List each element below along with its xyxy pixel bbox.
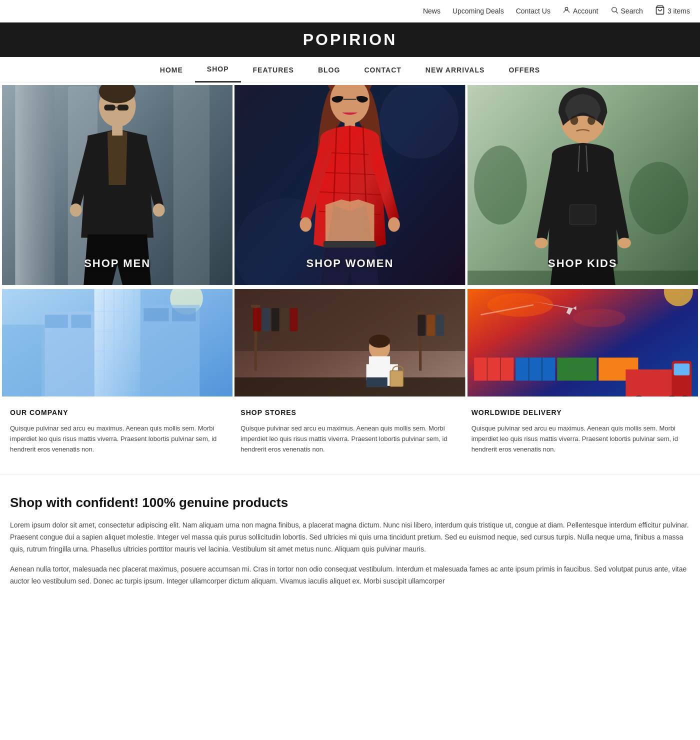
svg-point-39	[570, 116, 578, 125]
contact-label: Contact Us	[516, 7, 550, 15]
svg-point-32	[388, 218, 400, 232]
svg-rect-5	[15, 85, 54, 285]
main-nav: HOME SHOP FEATURES BLOG CONTACT NEW ARRI…	[0, 57, 700, 83]
svg-rect-90	[418, 314, 426, 336]
svg-rect-76	[253, 308, 261, 331]
svg-rect-65	[144, 308, 168, 321]
svg-rect-7	[174, 85, 210, 285]
news-link[interactable]: News	[423, 7, 440, 15]
svg-point-93	[369, 334, 390, 348]
search-button[interactable]: Search	[610, 6, 643, 16]
promo-heading: Shop with confident! 100% genuine produc…	[10, 495, 690, 510]
deals-link[interactable]: Upcoming Deals	[452, 7, 504, 15]
svg-rect-80	[290, 308, 298, 331]
promo-section: Shop with confident! 100% genuine produc…	[0, 474, 700, 605]
nav-blog[interactable]: BLOG	[306, 58, 352, 82]
nav-contact[interactable]: CONTACT	[352, 58, 413, 82]
svg-rect-77	[262, 308, 270, 331]
delivery-body: Quisque pulvinar sed arcu eu maximus. Ae…	[472, 424, 690, 454]
svg-rect-79	[281, 308, 289, 331]
stores-body: Quisque pulvinar sed arcu eu maximus. Ae…	[240, 424, 459, 454]
nav-home[interactable]: HOME	[148, 58, 195, 82]
svg-rect-63	[71, 314, 91, 328]
user-icon	[562, 6, 570, 16]
account-label: Account	[573, 7, 598, 15]
hero-label-women: SHOP WOMEN	[234, 257, 465, 270]
svg-line-2	[616, 12, 618, 14]
promo-para1: Lorem ipsum dolor sit amet, consectetur …	[10, 520, 690, 555]
svg-rect-66	[172, 308, 196, 321]
nav-features[interactable]: FEATURES	[241, 58, 306, 82]
svg-rect-91	[427, 314, 435, 336]
contact-link[interactable]: Contact Us	[516, 7, 550, 15]
info-text-company: OUR COMPANY Quisque pulvinar sed arcu eu…	[10, 408, 228, 454]
svg-rect-78	[272, 308, 280, 331]
search-label: Search	[621, 7, 643, 15]
svg-point-44	[618, 238, 630, 248]
svg-rect-81	[234, 378, 465, 396]
svg-rect-42	[570, 205, 596, 225]
nav-shop[interactable]: SHOP	[195, 57, 241, 82]
svg-rect-99	[516, 358, 555, 380]
svg-rect-67	[2, 324, 45, 396]
svg-rect-33	[324, 241, 376, 248]
svg-point-96	[487, 293, 553, 316]
svg-point-35	[474, 146, 526, 224]
svg-point-43	[534, 238, 548, 248]
top-bar: News Upcoming Deals Contact Us Account S…	[0, 0, 700, 22]
svg-rect-86	[366, 378, 388, 388]
svg-rect-87	[390, 371, 403, 387]
hero-grid: SHOP MEN	[0, 85, 700, 285]
company-title: OUR COMPANY	[10, 408, 228, 416]
svg-point-1	[612, 8, 616, 12]
company-body: Quisque pulvinar sed arcu eu maximus. Ae…	[10, 424, 228, 454]
info-card-stores[interactable]	[234, 289, 465, 396]
info-text-stores: SHOP STORES Quisque pulvinar sed arcu eu…	[240, 408, 459, 454]
svg-rect-17	[112, 122, 122, 136]
svg-rect-11	[118, 104, 128, 110]
svg-point-13	[70, 204, 82, 216]
hero-card-kids[interactable]: SHOP KIDS	[468, 85, 698, 285]
brand-header: POPIRION	[0, 22, 700, 57]
hero-label-kids: SHOP KIDS	[468, 257, 698, 270]
svg-rect-62	[45, 314, 68, 328]
svg-rect-74	[251, 305, 260, 308]
hero-card-men[interactable]: SHOP MEN	[2, 85, 232, 285]
promo-para2: Aenean nulla tortor, malesuada nec place…	[10, 564, 690, 588]
info-text-delivery: WORLDWIDE DELIVERY Quisque pulvinar sed …	[472, 408, 690, 454]
info-image-grid	[0, 287, 700, 396]
info-card-company[interactable]	[2, 289, 232, 396]
news-label: News	[423, 7, 440, 15]
search-icon	[610, 6, 618, 16]
svg-point-0	[565, 8, 568, 10]
hero-card-women[interactable]: SHOP WOMEN	[234, 85, 465, 285]
account-button[interactable]: Account	[562, 6, 598, 16]
svg-point-97	[573, 309, 626, 328]
svg-point-40	[588, 116, 596, 125]
info-text-grid: OUR COMPANY Quisque pulvinar sed arcu eu…	[0, 396, 700, 464]
svg-rect-100	[557, 358, 596, 380]
cart-icon	[655, 5, 665, 17]
stores-title: SHOP STORES	[240, 408, 459, 416]
svg-rect-92	[436, 314, 444, 336]
delivery-title: WORLDWIDE DELIVERY	[472, 408, 690, 416]
svg-rect-98	[474, 358, 514, 380]
nav-offers[interactable]: OFFERS	[496, 58, 552, 82]
deals-label: Upcoming Deals	[452, 7, 504, 15]
nav-new-arrivals[interactable]: NEW ARRIVALS	[414, 58, 497, 82]
info-card-delivery[interactable]	[468, 289, 698, 396]
cart-label: 3 items	[668, 7, 690, 15]
svg-point-14	[153, 204, 165, 216]
svg-point-31	[300, 218, 312, 232]
svg-rect-108	[674, 364, 690, 376]
svg-rect-10	[104, 104, 115, 110]
cart-button[interactable]: 3 items	[655, 5, 690, 17]
hero-label-men: SHOP MEN	[2, 257, 232, 270]
svg-rect-89	[416, 312, 425, 314]
brand-name: POPIRION	[0, 30, 700, 49]
svg-point-36	[629, 162, 688, 234]
